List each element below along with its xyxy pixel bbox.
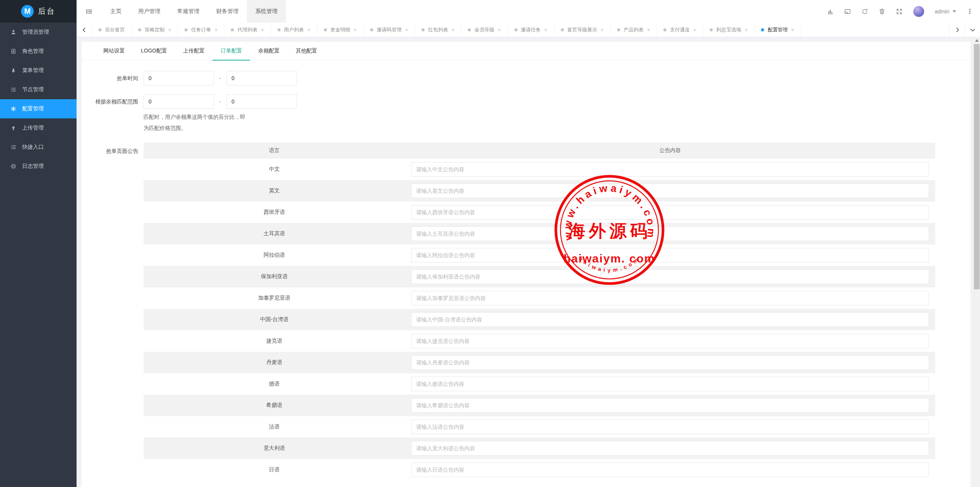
language-cell: 英文 — [144, 180, 405, 202]
config-tab[interactable]: 上传配置 — [175, 42, 212, 60]
close-icon[interactable]: × — [693, 27, 696, 33]
user-menu[interactable]: admin — [935, 8, 956, 15]
tabbar-tab[interactable]: 资金明细× — [317, 23, 364, 37]
close-icon[interactable]: × — [214, 27, 217, 33]
announcement-table: 语言 公告内容 中文英文西班牙语土耳其语阿拉伯语保加利亚语加泰罗尼亚语中国-台湾… — [144, 143, 935, 480]
panel-button[interactable] — [844, 8, 851, 15]
tabbar-tab[interactable]: 利息宝选项× — [703, 23, 755, 37]
tabbar-tab[interactable]: 代理列表× — [224, 23, 271, 37]
tabbar-tab[interactable]: 用户列表× — [271, 23, 317, 37]
trash-button[interactable] — [879, 8, 885, 15]
grab-time-label: 抢单时间 — [89, 71, 138, 85]
close-icon[interactable]: × — [791, 27, 794, 33]
tab-status-dot-icon — [278, 28, 281, 31]
announcement-input[interactable] — [411, 355, 929, 370]
fullscreen-button[interactable] — [896, 8, 903, 15]
close-icon[interactable]: × — [354, 27, 357, 33]
tabbar-tab[interactable]: 邀请任务× — [508, 23, 554, 37]
tabbar-tab[interactable]: 红包列表× — [415, 23, 461, 37]
table-row: 日语 — [144, 459, 935, 480]
table-row: 保加利亚语 — [144, 266, 935, 287]
close-icon[interactable]: × — [168, 27, 171, 33]
menu-fold-button[interactable] — [77, 0, 102, 23]
config-card: 网站设置LOGO配置上传配置订单配置余额配置其他配置 抢单时间 - 根据余额匹配… — [82, 42, 970, 487]
top-nav-item[interactable]: 常规管理 — [169, 0, 208, 23]
tabbar-tab[interactable]: 支付通道× — [657, 23, 703, 37]
announcement-input[interactable] — [411, 398, 929, 413]
tabbar-tab[interactable]: 会员等级× — [461, 23, 508, 37]
close-icon[interactable]: × — [544, 27, 547, 33]
close-icon[interactable]: × — [261, 27, 264, 33]
sidebar-item[interactable]: 角色管理 — [0, 42, 77, 61]
announcement-input[interactable] — [411, 334, 929, 348]
sidebar-item[interactable]: 菜单管理 — [0, 61, 77, 80]
log-icon — [10, 163, 16, 169]
tabbar-tab[interactable]: 产品列表× — [611, 23, 657, 37]
top-nav-item[interactable]: 用户管理 — [130, 0, 169, 23]
announcement-input[interactable] — [411, 377, 929, 391]
scrollbar-thumb[interactable] — [974, 44, 980, 289]
announcement-input[interactable] — [411, 162, 929, 177]
scroll-up-icon[interactable] — [975, 39, 979, 42]
top-nav-item[interactable]: 财务管理 — [208, 0, 247, 23]
tabbar-tab[interactable]: 后台首页 — [92, 23, 132, 37]
bar-chart-button[interactable] — [827, 8, 834, 15]
grab-time-from-input[interactable] — [144, 71, 214, 85]
refresh-button[interactable] — [861, 8, 868, 15]
sidebar-item-label: 上传管理 — [22, 125, 44, 131]
close-icon[interactable]: × — [405, 27, 408, 33]
config-tab[interactable]: 其他配置 — [287, 42, 325, 60]
user-avatar[interactable] — [913, 6, 924, 17]
config-tab[interactable]: LOGO配置 — [133, 42, 175, 60]
sidebar-item[interactable]: 日志管理 — [0, 157, 77, 176]
sidebar-item[interactable]: 上传管理 — [0, 118, 77, 138]
balance-range-from-input[interactable] — [144, 94, 214, 109]
config-tab[interactable]: 网站设置 — [95, 42, 133, 60]
tab-status-dot-icon — [710, 28, 713, 31]
vertical-scrollbar[interactable] — [973, 37, 980, 487]
close-icon[interactable]: × — [307, 27, 310, 33]
close-icon[interactable]: × — [498, 27, 501, 33]
config-tab[interactable]: 余额配置 — [250, 42, 287, 60]
tabs-dropdown-button[interactable] — [965, 23, 980, 37]
announcement-input[interactable] — [411, 184, 929, 198]
sidebar-item[interactable]: 配置管理 — [0, 99, 77, 118]
close-icon[interactable]: × — [601, 27, 604, 33]
content-cell — [405, 244, 935, 266]
top-header: M 后台 主页用户管理常规管理财务管理系统管理 admin ⋮ — [0, 0, 980, 23]
announcement-input[interactable] — [411, 420, 929, 434]
config-tab[interactable]: 订单配置 — [212, 42, 250, 60]
tabbar-tab[interactable]: 首页等级展示× — [554, 23, 611, 37]
close-icon[interactable]: × — [451, 27, 454, 33]
sidebar-item[interactable]: 管理员管理 — [0, 23, 77, 42]
close-icon[interactable]: × — [647, 27, 650, 33]
top-nav-item[interactable]: 系统管理 — [247, 0, 286, 23]
tabbar-tab[interactable]: 邀请码管理× — [364, 23, 415, 37]
chevron-down-icon — [952, 10, 956, 13]
sidebar-item[interactable]: 节点管理 — [0, 80, 77, 99]
announcement-input[interactable] — [411, 441, 929, 456]
announcement-input[interactable] — [411, 248, 929, 262]
table-row: 土耳其语 — [144, 223, 935, 244]
panel-icon — [844, 8, 851, 15]
close-icon[interactable]: × — [745, 27, 748, 33]
announcement-input[interactable] — [411, 226, 929, 241]
announcement-input[interactable] — [411, 269, 929, 284]
announcement-input[interactable] — [411, 291, 929, 305]
tabbar-tab[interactable]: 配置管理× — [755, 23, 801, 37]
announcement-input[interactable] — [411, 205, 929, 220]
announcement-input[interactable] — [411, 462, 929, 477]
sidebar: 管理员管理角色管理菜单管理节点管理配置管理上传管理快捷入口日志管理 — [0, 23, 77, 487]
tabbar-tab[interactable]: 任务订单× — [178, 23, 224, 37]
announcement-input[interactable] — [411, 312, 929, 327]
tabs-prev-button[interactable] — [77, 23, 92, 37]
content-cell — [405, 266, 935, 287]
app-logo[interactable]: M 后台 — [0, 0, 77, 23]
top-nav-item[interactable]: 主页 — [102, 0, 130, 23]
more-menu-icon[interactable]: ⋮ — [967, 7, 973, 15]
tabbar-tab[interactable]: 策略定制× — [132, 23, 178, 37]
tabs-next-button[interactable] — [949, 23, 965, 37]
balance-range-to-input[interactable] — [227, 94, 297, 109]
sidebar-item[interactable]: 快捷入口 — [0, 138, 77, 157]
grab-time-to-input[interactable] — [227, 71, 297, 85]
